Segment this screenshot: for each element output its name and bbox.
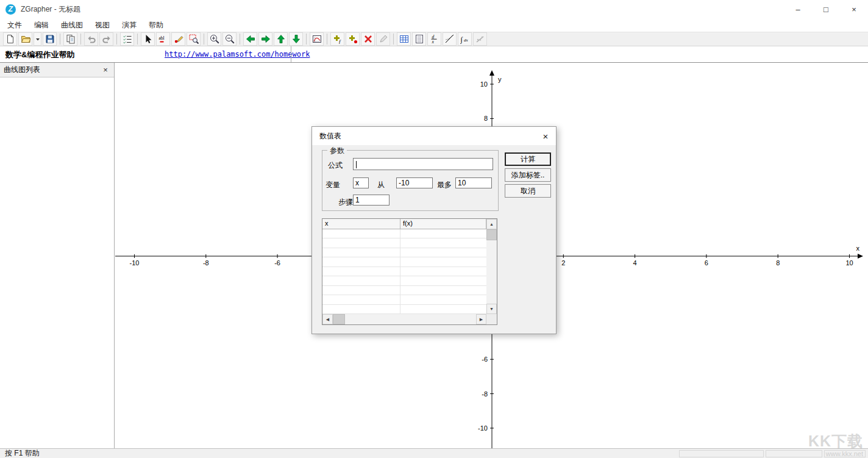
curve-list-panel-header: 曲线图列表 × xyxy=(0,63,114,77)
menu-view[interactable]: 视图 xyxy=(89,19,116,32)
horizontal-scrollbar[interactable]: ◀ ▶ xyxy=(322,314,497,324)
toolbar-pan-left-button[interactable] xyxy=(243,32,257,46)
toolbar-tangent-button[interactable] xyxy=(443,32,457,46)
max-label: 最多 xyxy=(437,180,452,190)
svg-text:-10: -10 xyxy=(478,424,488,432)
vertical-scroll-thumb[interactable] xyxy=(486,229,497,240)
scroll-right-button[interactable]: ▶ xyxy=(476,314,486,324)
svg-text:-6: -6 xyxy=(482,356,488,363)
scrollbar-corner xyxy=(486,314,497,324)
menu-graph[interactable]: 曲线图 xyxy=(55,19,89,32)
column-header-fx[interactable]: f(x) xyxy=(400,219,486,229)
toolbar-zoom-in-button[interactable] xyxy=(207,32,221,46)
svg-text:-10: -10 xyxy=(130,259,140,267)
vertical-scrollbar[interactable]: ▼ xyxy=(486,229,497,314)
maximize-button[interactable]: □ xyxy=(812,0,840,18)
toolbar-pan-right-button[interactable] xyxy=(258,32,272,46)
parameters-groupbox: 参数 公式 变量 从 最多 步骤 xyxy=(322,150,499,211)
toolbar-value-table-button[interactable] xyxy=(397,32,411,46)
toolbar-delete-curve-button[interactable] xyxy=(361,32,375,46)
table-row xyxy=(322,257,486,267)
toolbar-save-file-button[interactable] xyxy=(43,32,57,46)
toolbar-redo-button xyxy=(99,32,113,46)
toolbar-derivative-button[interactable]: dx xyxy=(427,32,441,46)
max-input[interactable] xyxy=(455,177,492,188)
from-input[interactable] xyxy=(396,177,433,188)
menu-edit[interactable]: 编辑 xyxy=(28,19,55,32)
svg-text:dx: dx xyxy=(464,38,469,43)
toolbar-zoom-out-button[interactable] xyxy=(222,32,237,46)
toolbar-calc-table-button[interactable] xyxy=(412,32,426,46)
toolbar-copy-button[interactable] xyxy=(63,32,77,46)
toolbar-curve-list-button[interactable] xyxy=(120,32,134,46)
cancel-button[interactable]: 取消 xyxy=(505,184,551,198)
toolbar-open-file-button[interactable] xyxy=(18,32,32,46)
svg-text:8: 8 xyxy=(776,259,780,267)
formula-input[interactable] xyxy=(353,158,493,170)
toolbar-open-dropdown-button[interactable] xyxy=(34,32,41,46)
table-row xyxy=(322,229,486,238)
toolbar-add-curve-alt-button[interactable] xyxy=(346,32,360,46)
status-pane-3 xyxy=(824,450,866,457)
toolbar-select-tool-button[interactable] xyxy=(141,32,155,46)
toolbar-plot-properties-button[interactable] xyxy=(310,32,324,46)
scroll-left-button[interactable]: ◀ xyxy=(322,314,333,324)
banner-text: 数学&编程作业帮助 xyxy=(5,49,74,60)
table-row xyxy=(322,286,486,295)
variable-label: 变量 xyxy=(326,180,340,190)
menu-calc[interactable]: 演算 xyxy=(116,19,143,32)
panel-close-button[interactable]: × xyxy=(101,65,110,74)
column-header-x[interactable]: x xyxy=(322,219,400,229)
step-label: 步骤 xyxy=(338,197,353,207)
toolbar-separator xyxy=(204,34,204,45)
close-button[interactable]: × xyxy=(840,0,868,18)
svg-text:10: 10 xyxy=(480,81,488,88)
toolbar-separator xyxy=(116,34,117,45)
toolbar-add-curve-button[interactable]: f xyxy=(330,32,344,46)
table-row xyxy=(322,305,486,314)
app-logo-icon: Z xyxy=(5,4,16,15)
scroll-down-button[interactable]: ▼ xyxy=(486,304,497,314)
variable-input[interactable] xyxy=(353,177,369,188)
text-caret xyxy=(356,161,357,168)
scroll-up-button[interactable]: ▲ xyxy=(486,219,497,229)
table-row xyxy=(322,238,486,248)
formula-label: 公式 xyxy=(328,160,343,171)
table-row xyxy=(322,267,486,276)
horizontal-scroll-thumb[interactable] xyxy=(333,314,345,324)
dialog-close-button[interactable]: × xyxy=(535,127,556,145)
menu-help[interactable]: 帮助 xyxy=(143,19,169,32)
toolbar-point-tool-button[interactable] xyxy=(171,32,185,46)
toolbar-label-tool-button[interactable]: abl xyxy=(156,32,170,46)
svg-text:8: 8 xyxy=(484,115,488,122)
toolbar-pan-down-button[interactable] xyxy=(289,32,303,46)
svg-text:y: y xyxy=(498,76,502,83)
status-text: 按 F1 帮助 xyxy=(5,448,40,458)
status-pane-1 xyxy=(679,450,764,457)
table-row xyxy=(322,295,486,304)
add-label-button[interactable]: 添加标签.. xyxy=(505,168,551,182)
status-pane-2 xyxy=(766,450,822,457)
svg-text:∫: ∫ xyxy=(460,35,463,44)
toolbar-zoom-select-tool-button[interactable] xyxy=(187,32,201,46)
menu-file[interactable]: 文件 xyxy=(1,19,28,32)
title-bar: Z ZGrapher - 无标题 – □ × xyxy=(0,0,868,18)
homework-link[interactable]: http://www.palamsoft.com/homework xyxy=(165,50,310,59)
table-row xyxy=(322,248,486,257)
toolbar-regression-button xyxy=(473,32,487,46)
table-of-values-dialog: 数值表 × 参数 公式 变量 从 最多 步骤 计算 添加标签.. 取消 x f(… xyxy=(311,126,557,334)
step-input[interactable] xyxy=(353,195,390,206)
svg-text:-6: -6 xyxy=(274,259,280,267)
values-table: x f(x) ▲ ▼ ◀ ▶ xyxy=(322,218,497,325)
minimize-button[interactable]: – xyxy=(784,0,812,18)
calculate-button[interactable]: 计算 xyxy=(505,152,551,166)
toolbar-new-file-button[interactable] xyxy=(3,32,17,46)
toolbar-undo-button xyxy=(84,32,98,46)
toolbar-pan-up-button[interactable] xyxy=(274,32,288,46)
window-title: ZGrapher - 无标题 xyxy=(21,4,80,15)
toolbar-integral-button[interactable]: ∫dx xyxy=(458,32,472,46)
table-body xyxy=(322,229,486,314)
parameters-group-label: 参数 xyxy=(327,146,347,156)
toolbar-separator xyxy=(306,34,307,45)
svg-text:f: f xyxy=(339,38,341,44)
